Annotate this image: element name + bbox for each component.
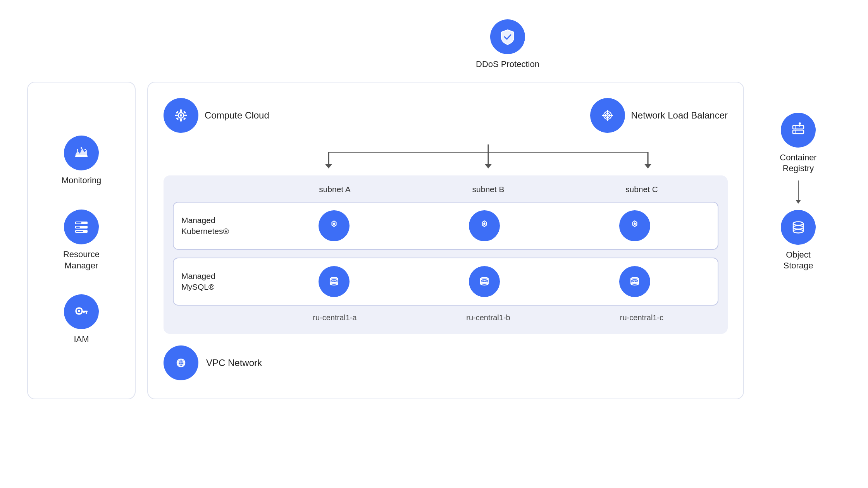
svg-rect-12 bbox=[81, 311, 88, 312]
center-top-row: Compute Cloud bbox=[164, 98, 728, 133]
monitoring-icon bbox=[64, 136, 99, 170]
mysql-icon-c: </> bbox=[560, 266, 710, 297]
right-panel: ContainerRegistry bbox=[756, 82, 841, 271]
svg-point-3 bbox=[84, 149, 86, 150]
svg-point-16 bbox=[180, 114, 182, 117]
k8s-icon-circle-b bbox=[469, 210, 500, 241]
subnet-headers: subnet A subnet B subnet C bbox=[173, 185, 718, 194]
compute-cloud-icon bbox=[164, 98, 198, 133]
svg-point-77 bbox=[793, 229, 803, 233]
svg-rect-8 bbox=[76, 227, 80, 228]
vpc-icon bbox=[164, 345, 198, 380]
center-panel: Compute Cloud bbox=[147, 82, 744, 399]
ddos-label: DDoS Protection bbox=[476, 59, 539, 70]
svg-point-11 bbox=[78, 310, 80, 312]
main-row: Monitoring ResourceManager bbox=[27, 82, 841, 399]
svg-rect-21 bbox=[176, 111, 179, 114]
mysql-icons: </> </> bbox=[259, 266, 710, 297]
container-registry-service: ContainerRegistry bbox=[780, 113, 816, 174]
ddos-service: DDoS Protection bbox=[476, 19, 539, 70]
k8s-icon-b bbox=[409, 210, 560, 241]
monitoring-label: Monitoring bbox=[62, 175, 102, 186]
svg-point-69 bbox=[799, 122, 801, 125]
svg-marker-37 bbox=[325, 164, 332, 168]
resource-manager-label: ResourceManager bbox=[63, 249, 100, 271]
nlb-service: Network Load Balancer bbox=[590, 98, 728, 133]
subnet-area: subnet A subnet B subnet C ManagedKubern… bbox=[164, 175, 728, 334]
svg-rect-23 bbox=[176, 117, 179, 120]
object-storage-service: ObjectStorage bbox=[781, 210, 816, 271]
svg-rect-7 bbox=[76, 222, 81, 223]
svg-rect-19 bbox=[175, 115, 178, 116]
ddos-section: DDoS Protection bbox=[476, 19, 539, 70]
iam-icon bbox=[64, 294, 99, 329]
svg-rect-9 bbox=[76, 231, 83, 232]
svg-rect-66 bbox=[793, 130, 804, 134]
subnet-a-header: subnet A bbox=[258, 185, 412, 194]
svg-rect-18 bbox=[180, 119, 182, 122]
svg-rect-20 bbox=[184, 115, 187, 116]
vpc-section: VPC Network bbox=[164, 345, 728, 380]
svg-marker-47 bbox=[634, 222, 636, 225]
mysql-icon-circle-a: </> bbox=[319, 266, 350, 297]
mysql-row: ManagedMySQL® </> bbox=[173, 258, 718, 306]
zone-c-label: ru-central1-c bbox=[565, 313, 718, 322]
svg-rect-13 bbox=[86, 312, 87, 314]
compute-cloud-service: Compute Cloud bbox=[164, 98, 269, 133]
mysql-icon-circle-c: </> bbox=[619, 266, 650, 297]
left-panel: Monitoring ResourceManager bbox=[27, 82, 136, 399]
iam-service: IAM bbox=[64, 294, 99, 345]
svg-point-71 bbox=[793, 222, 803, 225]
k8s-icon-circle-a bbox=[319, 210, 350, 241]
registry-to-storage-arrow bbox=[796, 180, 801, 204]
mysql-icon-a: </> bbox=[259, 266, 409, 297]
zone-b-label: ru-central1-b bbox=[412, 313, 565, 322]
svg-rect-65 bbox=[793, 125, 804, 129]
svg-marker-45 bbox=[483, 222, 485, 225]
svg-point-74 bbox=[793, 225, 803, 229]
mysql-label: ManagedMySQL® bbox=[181, 271, 259, 292]
svg-marker-41 bbox=[644, 164, 651, 168]
compute-cloud-label: Compute Cloud bbox=[205, 109, 269, 121]
svg-rect-24 bbox=[183, 117, 186, 120]
monitoring-service: Monitoring bbox=[62, 136, 102, 186]
resource-manager-service: ResourceManager bbox=[63, 210, 100, 271]
kubernetes-icons bbox=[259, 210, 710, 241]
zone-a-label: ru-central1-a bbox=[258, 313, 412, 322]
nlb-label: Network Load Balancer bbox=[631, 109, 728, 121]
svg-text:</>: </> bbox=[331, 279, 338, 283]
diagram-container: DDoS Protection Monitoring bbox=[27, 19, 841, 469]
zone-labels: ru-central1-a ru-central1-b ru-central1-… bbox=[173, 313, 718, 322]
svg-point-1 bbox=[77, 149, 78, 151]
branch-arrows bbox=[164, 144, 728, 172]
k8s-icon-circle-c bbox=[619, 210, 650, 241]
object-storage-label: ObjectStorage bbox=[783, 249, 813, 271]
nlb-icon bbox=[590, 98, 625, 133]
subnet-c-header: subnet C bbox=[565, 185, 718, 194]
svg-rect-0 bbox=[75, 155, 88, 157]
mysql-icon-circle-b: </> bbox=[469, 266, 500, 297]
ddos-icon bbox=[490, 19, 525, 54]
resource-manager-icon bbox=[64, 210, 99, 244]
svg-text:</>: </> bbox=[481, 279, 488, 283]
svg-text:</>: </> bbox=[632, 279, 638, 283]
svg-rect-14 bbox=[83, 312, 85, 313]
k8s-icon-a bbox=[259, 210, 409, 241]
object-storage-icon bbox=[781, 210, 816, 245]
iam-label: IAM bbox=[74, 334, 89, 345]
svg-rect-22 bbox=[183, 111, 186, 114]
mysql-icon-b: </> bbox=[409, 266, 560, 297]
container-registry-icon bbox=[781, 113, 816, 148]
svg-point-2 bbox=[81, 147, 82, 149]
container-registry-label: ContainerRegistry bbox=[780, 152, 816, 174]
kubernetes-row: ManagedKubernetes® bbox=[173, 202, 718, 250]
k8s-icon-c bbox=[560, 210, 710, 241]
subnet-b-header: subnet B bbox=[412, 185, 565, 194]
svg-marker-43 bbox=[333, 222, 335, 225]
vpc-label: VPC Network bbox=[206, 357, 262, 369]
svg-rect-17 bbox=[180, 109, 182, 112]
kubernetes-label: ManagedKubernetes® bbox=[181, 215, 259, 236]
svg-marker-39 bbox=[484, 164, 492, 168]
